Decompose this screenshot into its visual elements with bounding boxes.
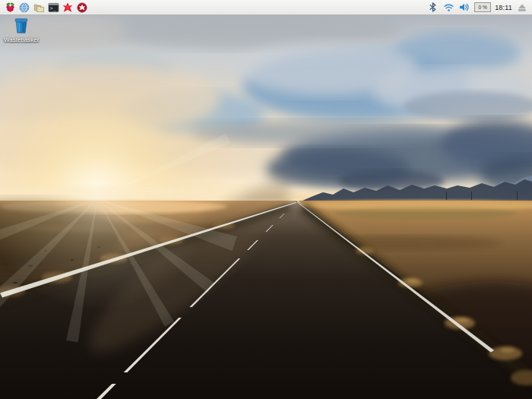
wolfram-button[interactable] (76, 2, 88, 14)
desktop-icon-label: Wastebasket (3, 36, 40, 43)
volume-button[interactable] (458, 2, 470, 14)
desktop-icon-wastebasket[interactable]: Wastebasket (3, 17, 40, 43)
applications-menu-button[interactable] (4, 2, 16, 14)
power-pole (517, 191, 518, 200)
bluetooth-button[interactable] (426, 2, 439, 14)
svg-text:>_: >_ (49, 5, 55, 11)
taskbar: >_ (0, 0, 532, 15)
power-pole (446, 192, 447, 200)
terminal-icon: >_ (48, 2, 59, 13)
wifi-icon (444, 3, 454, 12)
terminal-button[interactable]: >_ (47, 2, 59, 14)
bluetooth-icon (429, 2, 437, 12)
web-browser-button[interactable] (18, 2, 30, 14)
globe-browser-icon (19, 2, 30, 13)
cpu-usage-monitor[interactable]: 0 % (474, 2, 491, 12)
raspberry-menu-icon (5, 2, 16, 13)
folders-icon (33, 2, 45, 13)
volume-icon (459, 2, 470, 12)
sun-rays (0, 84, 237, 343)
eject-button[interactable] (516, 2, 528, 14)
mathematica-button[interactable] (62, 2, 74, 14)
mathematica-spikey-icon (62, 2, 73, 13)
taskbar-launchers: >_ (4, 2, 88, 14)
wastebasket-icon (13, 17, 30, 36)
desktop-screen: >_ (0, 0, 532, 399)
power-pole (471, 192, 472, 200)
wolfram-language-icon (77, 2, 87, 13)
clock[interactable]: 18:11 (495, 4, 512, 11)
taskbar-status-tray: 0 % 18:11 (426, 2, 528, 14)
eject-icon (518, 3, 527, 12)
wallpaper-image (0, 0, 532, 399)
file-manager-button[interactable] (33, 2, 45, 14)
wifi-button[interactable] (442, 2, 454, 14)
